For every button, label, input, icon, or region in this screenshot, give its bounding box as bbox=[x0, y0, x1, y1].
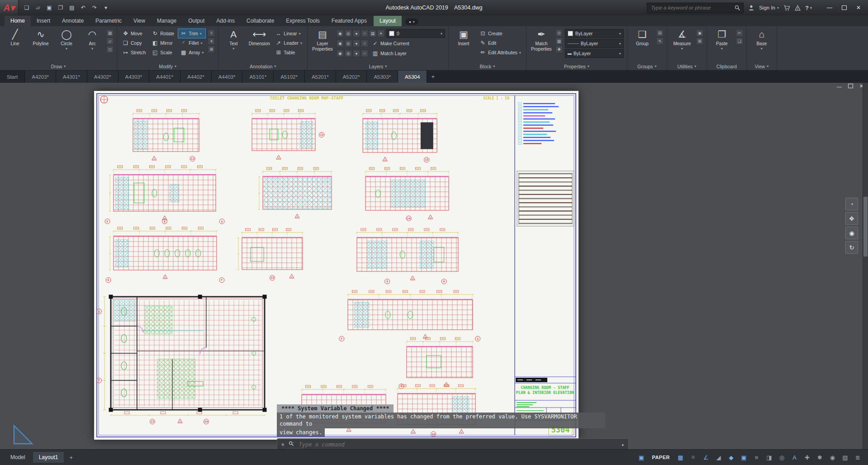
drawing-canvas[interactable]: TOILET CHANGING ROOM MAP-STAFFSCALE 1 : … bbox=[94, 91, 579, 440]
vertical-scrollbar[interactable] bbox=[863, 83, 868, 449]
file-tab-a4401[interactable]: A4401* bbox=[149, 71, 180, 83]
file-tab-a4302[interactable]: A4302* bbox=[87, 71, 119, 83]
drawing-workspace[interactable]: TOILET CHANGING ROOM MAP-STAFFSCALE 1 : … bbox=[0, 83, 868, 449]
file-tab-a4402[interactable]: A4402* bbox=[180, 71, 212, 83]
help-icon[interactable]: ?▾ bbox=[805, 5, 812, 11]
grid-icon[interactable]: ▦ bbox=[675, 452, 686, 463]
polyline-button[interactable]: ∿Polyline bbox=[29, 28, 52, 62]
selection-cycling-icon[interactable]: ◎ bbox=[776, 452, 787, 463]
zoom-icon[interactable]: ◉ bbox=[845, 227, 858, 239]
trim-button[interactable]: ✂Trim▾ bbox=[178, 29, 205, 38]
move-button[interactable]: ✥Move bbox=[120, 29, 147, 38]
orbit-icon[interactable]: ↻ bbox=[845, 241, 858, 254]
ribbon-options[interactable]: ●▾ bbox=[405, 19, 418, 25]
qat-customize-icon[interactable]: ▾ bbox=[100, 3, 111, 13]
circle-button[interactable]: ◯Circle▾ bbox=[55, 28, 78, 62]
panel-layers-footer[interactable]: Layers▾ bbox=[308, 62, 448, 70]
vertical-scrollbar-thumb[interactable] bbox=[863, 197, 868, 256]
command-line[interactable]: ✕ ▴ bbox=[277, 438, 629, 449]
workspace-settings-icon[interactable]: ✱ bbox=[814, 452, 825, 463]
paper-space-toggle[interactable]: PAPER bbox=[648, 455, 674, 460]
file-tab-start[interactable]: Start bbox=[0, 71, 25, 83]
panel-groups-footer[interactable]: Groups▾ bbox=[627, 62, 667, 70]
file-tab-a5303[interactable]: A5303* bbox=[367, 71, 398, 83]
command-recent-icon[interactable]: ▴ bbox=[621, 441, 624, 447]
panel-block-footer[interactable]: Block▾ bbox=[449, 62, 526, 70]
layer-tool-b-icon-1[interactable]: ◎ bbox=[345, 50, 352, 57]
autosnap-icon[interactable]: ◆ bbox=[726, 452, 737, 463]
panel-clipboard-footer[interactable]: Clipboard bbox=[707, 62, 746, 70]
group-edit-icon[interactable]: ✎ bbox=[656, 38, 664, 45]
osnap-icon[interactable]: ▣ bbox=[738, 452, 749, 463]
linetype-select[interactable]: ———ByLayer▾ bbox=[565, 39, 624, 48]
linear-button[interactable]: ↔Linear▾ bbox=[273, 29, 304, 38]
layer-tool-icon-3[interactable]: ○ bbox=[361, 40, 368, 47]
edit-attributes-button[interactable]: ✏Edit Attributes▾ bbox=[478, 48, 523, 57]
file-tab-a5102[interactable]: A5102* bbox=[274, 71, 305, 83]
table-button[interactable]: ⊞Table bbox=[273, 48, 304, 57]
object-color-select[interactable]: ByLayer▾ bbox=[565, 29, 624, 38]
file-tab-a4403[interactable]: A4403* bbox=[212, 71, 243, 83]
file-tab-a5202[interactable]: A5202* bbox=[336, 71, 367, 83]
layer-tool-icon-0[interactable]: ◉ bbox=[337, 40, 344, 47]
file-tab-a5201[interactable]: A5201* bbox=[305, 71, 336, 83]
health-alert-icon[interactable] bbox=[795, 5, 801, 11]
polar-tracking-icon[interactable]: ∠ bbox=[700, 452, 711, 463]
elevation-view[interactable] bbox=[237, 228, 304, 270]
elevation-view[interactable] bbox=[109, 166, 217, 211]
annotation-visibility-icon[interactable]: A bbox=[789, 452, 800, 463]
file-tab-a4303[interactable]: A4303* bbox=[119, 71, 150, 83]
drawing-minimize-button[interactable]: — bbox=[837, 84, 842, 89]
command-input[interactable] bbox=[298, 441, 617, 448]
file-tab-a5101[interactable]: A5101* bbox=[242, 71, 274, 83]
file-tab-a4301[interactable]: A4301* bbox=[56, 71, 87, 83]
measure-button[interactable]: ∡Measure▾ bbox=[670, 28, 694, 62]
new-layout-button[interactable]: + bbox=[66, 453, 76, 462]
ribbon-tab-view[interactable]: View bbox=[128, 16, 151, 26]
layer-properties-button[interactable]: ▤Layer Properties bbox=[311, 28, 334, 62]
layer-tool-icon-1[interactable]: ◎ bbox=[345, 40, 352, 47]
annotation-scale-icon[interactable]: ✚ bbox=[802, 452, 813, 463]
line-button[interactable]: ╱Line bbox=[3, 28, 27, 62]
lineweight-select[interactable]: ▬ByLayer▾ bbox=[565, 49, 624, 58]
copy-clip-icon[interactable]: ❏ bbox=[736, 38, 743, 45]
elevation-view[interactable] bbox=[356, 228, 459, 271]
match-layer-button[interactable]: ▥Match Layer bbox=[370, 49, 408, 58]
new-drawing-tab-button[interactable]: + bbox=[427, 71, 439, 83]
quick-calc-icon[interactable]: ⊞ bbox=[696, 38, 703, 45]
model-space-icon[interactable]: ▣ bbox=[636, 452, 647, 463]
layer-select[interactable]: 0▾ bbox=[386, 29, 445, 38]
arc-button[interactable]: ◠Arc▾ bbox=[81, 28, 104, 62]
layer-tool-icon-2[interactable]: ● bbox=[353, 40, 360, 47]
pan-icon[interactable]: ✥ bbox=[845, 212, 858, 225]
drawing-restore-button[interactable] bbox=[848, 84, 853, 89]
properties-list-icon[interactable]: ⊙ bbox=[555, 29, 563, 37]
save-as-icon[interactable]: ❐ bbox=[55, 3, 66, 13]
elevation-view[interactable] bbox=[251, 109, 316, 151]
sign-in-button[interactable]: Sign In▾ bbox=[759, 5, 779, 10]
maximize-button[interactable] bbox=[837, 2, 851, 13]
search-input[interactable] bbox=[650, 5, 732, 11]
paper-sheet[interactable]: TOILET CHANGING ROOM MAP-STAFFSCALE 1 : … bbox=[94, 91, 579, 440]
region-icon[interactable]: ▱ bbox=[106, 38, 114, 45]
hatch-icon[interactable]: ▨ bbox=[106, 29, 114, 37]
app-store-cart-icon[interactable] bbox=[783, 5, 790, 11]
scale-button[interactable]: ◱Scale bbox=[150, 48, 176, 57]
redo-icon[interactable]: ↷ bbox=[89, 3, 100, 13]
layer-state-icon-1[interactable]: ◎ bbox=[345, 30, 352, 37]
navigation-wheel-icon[interactable]: ◔ bbox=[845, 198, 858, 210]
ribbon-tab-parametric[interactable]: Parametric bbox=[90, 16, 128, 26]
panel-draw-footer[interactable]: Draw▾ bbox=[0, 62, 117, 70]
array-button[interactable]: ▦Array▾ bbox=[178, 48, 205, 57]
model-tab[interactable]: Model bbox=[5, 452, 31, 463]
text-button[interactable]: AText▾ bbox=[222, 28, 245, 62]
file-tab-a5304[interactable]: A5304 bbox=[398, 71, 427, 83]
ribbon-tab-collaborate[interactable]: Collaborate bbox=[241, 16, 280, 26]
stretch-button[interactable]: ↦Stretch bbox=[120, 48, 147, 57]
ribbon-tab-home[interactable]: Home bbox=[5, 16, 31, 26]
rectangle-icon[interactable]: ◻ bbox=[106, 46, 114, 53]
ungroup-icon[interactable]: ⊟ bbox=[656, 29, 664, 37]
panel-properties-footer[interactable]: Properties▾ bbox=[526, 62, 627, 70]
panel-view-footer[interactable]: View▾ bbox=[747, 62, 777, 70]
ribbon-tab-express-tools[interactable]: Express Tools bbox=[280, 16, 325, 26]
